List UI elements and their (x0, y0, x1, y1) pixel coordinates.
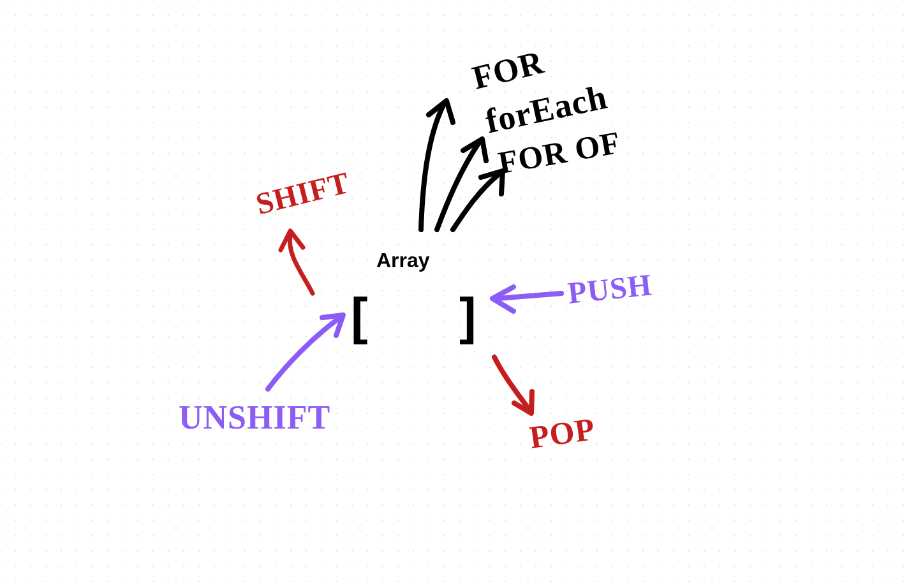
push-arrow (498, 293, 561, 298)
pop-arrow (494, 357, 528, 408)
diagram-canvas: Array [ ] SHIFT UNSHIFT PUSH POP FOR for… (0, 0, 916, 588)
forof-arrow (453, 175, 498, 230)
for-arrow (421, 105, 443, 230)
unshift-arrow (268, 319, 338, 389)
arrows-svg (0, 0, 916, 588)
foreach-arrow (437, 143, 478, 230)
